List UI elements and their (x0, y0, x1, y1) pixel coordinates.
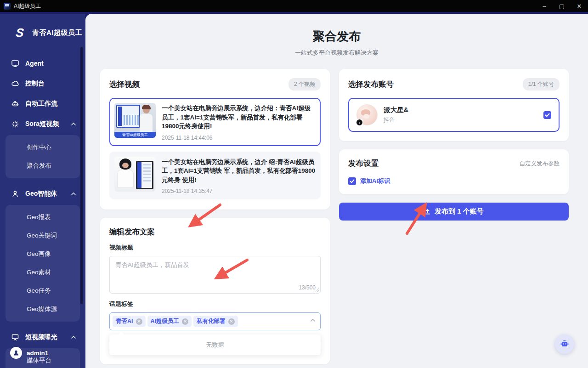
chevron-up-icon (71, 335, 76, 339)
sidebar-item-label: 短视频曝光 (25, 333, 71, 341)
tiktok-icon: ♪ (356, 119, 363, 126)
panel-title: 发布设置 (348, 159, 379, 169)
tag-close-icon[interactable]: ✕ (136, 318, 142, 325)
video-thumbnail: 青否AI超级员工 (114, 103, 156, 138)
account-item[interactable]: ♪ 派大星& 抖音 (348, 98, 560, 132)
page-subtitle: 一站式多平台视频发布解决方案 (85, 49, 588, 57)
sidebar-item-geo-portrait[interactable]: Geo画像 (6, 245, 80, 263)
sidebar-item-label: 控制台 (25, 79, 76, 88)
main-content: 聚合发布 一站式多平台视频发布解决方案 选择视频 2 个视频 青否AI超级员工 … (85, 14, 588, 368)
account-avatar-wrap: ♪ (356, 104, 378, 125)
close-button[interactable]: ✕ (571, 0, 588, 12)
sora-submenu: 创作中心 聚合发布 (6, 135, 80, 178)
sidebar-item-console[interactable]: 控制台 (0, 74, 85, 94)
tag-close-icon[interactable]: ✕ (228, 318, 235, 325)
robot-icon (560, 339, 570, 349)
tags-label: 话题标签 (109, 300, 321, 308)
thumbnail-monitor (136, 161, 153, 189)
account-count-badge: 1/1 个账号 (523, 78, 560, 91)
geo-submenu: Geo报表 Geo关键词 Geo画像 Geo素材 Geo任务 Geo媒体源 (6, 205, 80, 322)
sidebar-item-label: Agent (25, 60, 76, 67)
tag-chip: 私有化部署 ✕ (193, 316, 238, 327)
window-controls: – ▢ ✕ (536, 0, 588, 12)
video-title-label: 视频标题 (109, 243, 321, 252)
sidebar-item-geo-material[interactable]: Geo素材 (6, 263, 80, 282)
robot-icon (11, 100, 19, 108)
logo-icon: S (11, 25, 28, 40)
thumbnail-screen (116, 105, 140, 128)
board-icon (11, 333, 19, 341)
sidebar-user[interactable]: admin1 (0, 342, 85, 363)
upload-icon (424, 208, 431, 215)
sidebar-scrollbar[interactable] (80, 47, 83, 304)
content-grid: 选择视频 2 个视频 青否AI超级员工 一个美女站在电脑旁边展示系统，边介绍：青… (85, 57, 588, 364)
account-platform: 抖音 (384, 116, 543, 124)
publish-button-label: 发布到 1 个账号 (435, 207, 484, 216)
account-name: 派大星& (384, 106, 543, 114)
sidebar-item-agent[interactable]: Agent (0, 53, 85, 74)
sidebar-item-creation-center[interactable]: 创作中心 (6, 138, 80, 157)
sparkle-icon (11, 120, 19, 128)
custom-params-link[interactable]: 自定义发布参数 (520, 160, 560, 168)
person-icon (11, 190, 19, 198)
tag-label: AI超级员工 (151, 317, 180, 325)
chevron-up-icon (310, 318, 316, 322)
select-video-panel: 选择视频 2 个视频 青否AI超级员工 一个美女站在电脑旁边展示系统，边介绍：青… (100, 69, 330, 209)
tags-dropdown: 无数据 (109, 334, 321, 355)
video-description: 一个美女站在电脑旁边展示系统，边介绍：青否AI超级员工，1套AI=1支营销铁军，… (162, 104, 316, 131)
ai-label-text: 添加AI标识 (360, 177, 390, 185)
app-logo: S 青否AI超级员工 (0, 14, 85, 50)
minimize-button[interactable]: – (536, 0, 553, 12)
ai-label-setting: 添加AI标识 (348, 177, 560, 185)
publish-button[interactable]: 发布到 1 个账号 (339, 203, 569, 221)
tag-chip: 青否AI ✕ (113, 316, 146, 327)
sidebar-item-geo-report[interactable]: Geo报表 (6, 208, 80, 226)
char-counter: 13/500 (299, 284, 316, 291)
account-checkbox[interactable] (543, 111, 551, 119)
maximize-button[interactable]: ▢ (553, 0, 571, 12)
window-titlebar: AI超级员工 – ▢ ✕ (0, 0, 588, 12)
resize-handle[interactable] (315, 288, 319, 292)
panel-title: 编辑发布文案 (109, 227, 321, 237)
sidebar-item-sora[interactable]: Sora短视频 (0, 114, 85, 134)
select-account-panel: 选择发布账号 1/1 个账号 ♪ 派大星& 抖音 (339, 69, 569, 141)
dropdown-empty-text: 无数据 (206, 341, 224, 348)
video-item-selected[interactable]: 青否AI超级员工 一个美女站在电脑旁边展示系统，边介绍：青否AI超级员工，1套A… (109, 98, 321, 146)
user-name: admin1 (27, 350, 48, 357)
user-avatar (10, 347, 22, 359)
sidebar: S 青否AI超级员工 Agent 控制台 自动工作流 Sora短视频 创作中心 … (0, 14, 85, 368)
app-icon (4, 3, 11, 10)
panel-title: 选择视频 (109, 79, 140, 90)
video-title-input[interactable]: 青否AI超级员工，新品首发 (115, 261, 315, 283)
sidebar-item-label: 自动工作流 (25, 100, 76, 108)
sidebar-item-geo-task[interactable]: Geo任务 (6, 282, 80, 300)
sidebar-item-geo-keywords[interactable]: Geo关键词 (6, 226, 80, 245)
check-icon (545, 113, 550, 117)
sidebar-item-workflow[interactable]: 自动工作流 (0, 94, 85, 114)
panel-title: 选择发布账号 (348, 79, 394, 90)
ai-label-checkbox[interactable] (348, 177, 356, 185)
video-item[interactable]: 一个美女站在电脑旁边展示系统，边介 绍:青否AI超级员工，1套AI=1支营销铁 … (109, 152, 321, 200)
right-column: 选择发布账号 1/1 个账号 ♪ 派大星& 抖音 (339, 69, 569, 221)
page-title: 聚合发布 (85, 28, 588, 45)
video-thumbnail (114, 157, 156, 192)
sidebar-item-geo-media-source[interactable]: Geo媒体源 (6, 300, 80, 318)
window-title: AI超级员工 (14, 2, 41, 10)
tags-select[interactable]: 青否AI ✕ AI超级员工 ✕ 私有化部署 ✕ (109, 312, 321, 330)
video-title-field-wrap: 青否AI超级员工，新品首发 13/500 (109, 256, 321, 294)
tag-label: 青否AI (116, 317, 133, 325)
user-icon (12, 349, 20, 357)
chevron-up-icon (71, 192, 76, 196)
chevron-up-icon (71, 122, 76, 126)
edit-caption-panel: 编辑发布文案 视频标题 青否AI超级员工，新品首发 13/500 话题标签 青否… (100, 218, 330, 364)
monitor-icon (11, 59, 19, 68)
tag-close-icon[interactable]: ✕ (182, 318, 188, 325)
tag-label: 私有化部署 (197, 317, 226, 325)
publish-settings-panel: 发布设置 自定义发布参数 添加AI标识 (339, 149, 569, 194)
sidebar-item-geo[interactable]: Geo智能体 (0, 184, 85, 204)
page-header: 聚合发布 一站式多平台视频发布解决方案 (85, 14, 588, 57)
check-icon (350, 179, 355, 183)
video-timestamp: 2025-11-18 14:35:47 (162, 188, 316, 194)
sidebar-item-aggregate-publish[interactable]: 聚合发布 (6, 157, 80, 175)
assistant-robot-button[interactable] (555, 334, 574, 354)
